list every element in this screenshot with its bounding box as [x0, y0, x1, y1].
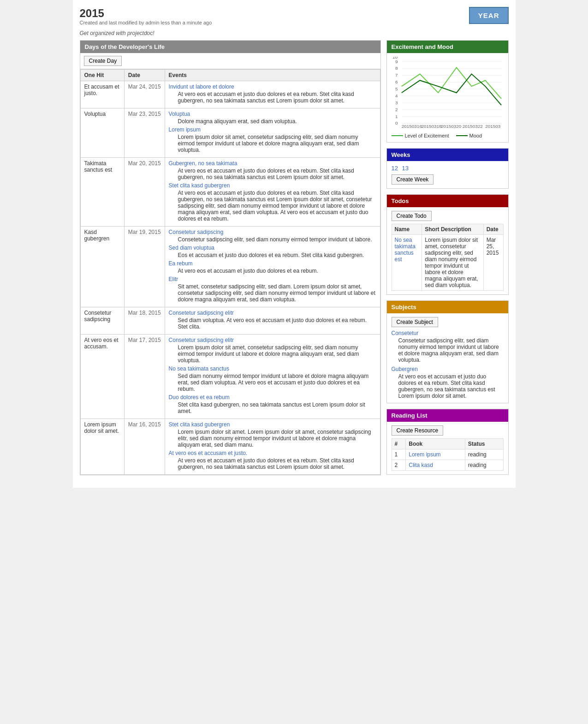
event-body: Dolore magna aliquyam erat, sed diam vol… — [178, 118, 376, 125]
event-title[interactable]: Invidunt ut labore et dolore — [169, 84, 376, 90]
event-body: Consetetur sadipscing elitr, sed diam no… — [178, 236, 376, 243]
day-events: Consetetur sadipscing elitrLorem ipsum d… — [165, 335, 380, 419]
event-title[interactable]: No sea takimata sanctus — [169, 365, 376, 372]
excitement-panel: Excitement and Mood 0 1 2 3 4 5 6 7 — [386, 40, 509, 143]
event-body: At vero eos et accusam et justo duo dolo… — [178, 168, 376, 180]
table-row: Lorem ipsum dolor sit amet.Mar 16, 2015S… — [80, 419, 380, 475]
event-title[interactable]: Ea rebum — [169, 260, 376, 267]
event-body: At vero eos et accusam et justo duo dolo… — [178, 91, 376, 104]
table-row: Kasd gubergrenMar 19, 2015Consetetur sad… — [80, 227, 380, 307]
event-body: Lorem ipsum dolor sit amet, consetetur s… — [178, 134, 376, 153]
reading-table: # Book Status 1Lorem ipsumreading2Clita … — [392, 438, 504, 471]
event-title[interactable]: Stet clita kasd gubergren — [169, 421, 376, 428]
todos-table: Name Short Description Date No sea takim… — [392, 224, 504, 291]
svg-text:20150318: 20150318 — [421, 124, 442, 128]
week-12-link[interactable]: 12 — [392, 165, 398, 172]
event-title[interactable]: Gubergren, no sea takimata — [169, 160, 376, 167]
day-events: Consetetur sadipscingConsetetur sadipsci… — [165, 227, 380, 307]
event-body: Stet clita kasd gubergren, no sea takima… — [178, 401, 376, 414]
create-todo-button[interactable]: Create Todo — [392, 211, 432, 221]
create-week-button[interactable]: Create Week — [392, 174, 434, 185]
reading-num: 2 — [392, 460, 406, 471]
excitement-legend-label: Level of Excitement — [405, 133, 449, 138]
table-row: Consetetur sadipscingMar 18, 2015Consete… — [80, 307, 380, 335]
reading-list-body: Create Resource # Book Status 1Lorem ips… — [387, 422, 508, 474]
page-tagline: Get organized with projectdoc! — [80, 30, 509, 36]
weeks-body: 12 13 Create Week — [387, 161, 508, 188]
excitement-body: 0 1 2 3 4 5 6 7 8 9 10 — [387, 53, 508, 142]
reading-col-num: # — [392, 439, 406, 449]
day-date: Mar 24, 2015 — [124, 81, 165, 108]
reading-list-panel: Reading List Create Resource # Book Stat… — [386, 409, 509, 475]
right-column: Excitement and Mood 0 1 2 3 4 5 6 7 — [386, 40, 509, 481]
event-body: Eos et accusam et justo duo dolores et e… — [178, 252, 376, 258]
event-body: At vero eos et accusam et justo duo dolo… — [178, 268, 376, 274]
main-layout: Days of the Developer's Life Create Day … — [80, 40, 509, 481]
day-date: Mar 19, 2015 — [124, 227, 165, 307]
event-title[interactable]: Sed diam voluptua — [169, 245, 376, 251]
year-button[interactable]: YEAR — [469, 7, 509, 24]
week-13-link[interactable]: 13 — [402, 165, 409, 172]
todo-name[interactable]: No sea takimata sanctus est — [392, 235, 422, 291]
event-title[interactable]: Duo dolores et ea rebum — [169, 394, 376, 401]
day-events: Invidunt ut labore et doloreAt vero eos … — [165, 81, 380, 108]
day-onehit: At vero eos et accusam. — [80, 335, 124, 419]
day-date: Mar 16, 2015 — [124, 419, 165, 475]
reading-status: reading — [465, 449, 503, 460]
subjects-list: ConseteturConsetetur sadipscing elitr, s… — [392, 330, 504, 399]
reading-book[interactable]: Lorem ipsum — [406, 449, 465, 460]
reading-num: 1 — [392, 449, 406, 460]
table-row: At vero eos et accusam.Mar 17, 2015Conse… — [80, 335, 380, 419]
page-header: YEAR 2015 Created and last modified by a… — [80, 7, 509, 25]
create-day-button[interactable]: Create Day — [84, 56, 122, 66]
svg-text:20150316: 20150316 — [401, 124, 422, 128]
reading-col-book: Book — [406, 439, 465, 449]
subjects-header: Subjects — [387, 301, 508, 313]
table-row: Et accusam et justo.Mar 24, 2015Invidunt… — [80, 81, 380, 108]
day-events: Gubergren, no sea takimataAt vero eos et… — [165, 158, 380, 227]
weeks-numbers: 12 13 — [392, 165, 504, 172]
todos-col-name: Name — [392, 224, 422, 235]
event-body: Sed diam nonumy eirmod tempor invidunt u… — [178, 373, 376, 392]
excitement-legend-line — [392, 135, 403, 136]
event-title[interactable]: Consetetur sadipscing — [169, 229, 376, 235]
subject-name[interactable]: Gubergren — [392, 366, 504, 372]
day-date: Mar 18, 2015 — [124, 307, 165, 335]
day-date: Mar 17, 2015 — [124, 335, 165, 419]
reading-book[interactable]: Clita kasd — [406, 460, 465, 471]
event-title[interactable]: At vero eos et accusam et justo. — [169, 450, 376, 456]
todos-col-desc: Short Description — [422, 224, 483, 235]
chart-legend: Level of Excitement Mood — [392, 133, 504, 138]
svg-text:3: 3 — [395, 100, 398, 105]
subjects-panel: Subjects Create Subject ConseteturConset… — [386, 300, 509, 403]
svg-text:7: 7 — [395, 72, 398, 78]
excitement-header: Excitement and Mood — [387, 41, 508, 53]
event-body: Sit amet, consetetur sadipscing elitr, s… — [178, 283, 376, 303]
svg-text:5: 5 — [395, 86, 398, 91]
event-title[interactable]: Consetetur sadipscing elitr — [169, 337, 376, 343]
event-title[interactable]: Elitr — [169, 276, 376, 282]
subject-name[interactable]: Consetetur — [392, 330, 504, 336]
svg-text:4: 4 — [395, 93, 398, 98]
weeks-header: Weeks — [387, 149, 508, 161]
subject-body: Consetetur sadipscing elitr, sed diam no… — [398, 337, 504, 363]
event-title[interactable]: Voluptua — [169, 111, 376, 117]
event-title[interactable]: Consetetur sadipscing elitr — [169, 310, 376, 316]
days-header: Days of the Developer's Life — [80, 41, 380, 53]
reading-list-header: Reading List — [387, 409, 508, 422]
left-column: Days of the Developer's Life Create Day … — [80, 40, 381, 481]
legend-excitement: Level of Excitement — [392, 133, 449, 138]
weeks-panel: Weeks 12 13 Create Week — [386, 148, 509, 189]
event-body: At vero eos et accusam et justo duo dolo… — [178, 457, 376, 470]
event-title[interactable]: Stet clita kasd gubergren — [169, 182, 376, 189]
day-onehit: Kasd gubergren — [80, 227, 124, 307]
event-body: At vero eos et accusam et justo duo dolo… — [178, 190, 376, 222]
event-body: Lorem ipsum dolor sit amet, consetetur s… — [178, 344, 376, 364]
page-wrapper: YEAR 2015 Created and last modified by a… — [73, 0, 516, 488]
todos-panel: Todos Create Todo Name Short Description… — [386, 194, 509, 295]
mood-line — [401, 74, 501, 105]
create-resource-button[interactable]: Create Resource — [392, 425, 444, 436]
create-subject-button[interactable]: Create Subject — [392, 317, 438, 327]
todo-date: Mar 25, 2015 — [483, 235, 503, 291]
event-title[interactable]: Lorem ipsum — [169, 126, 376, 133]
